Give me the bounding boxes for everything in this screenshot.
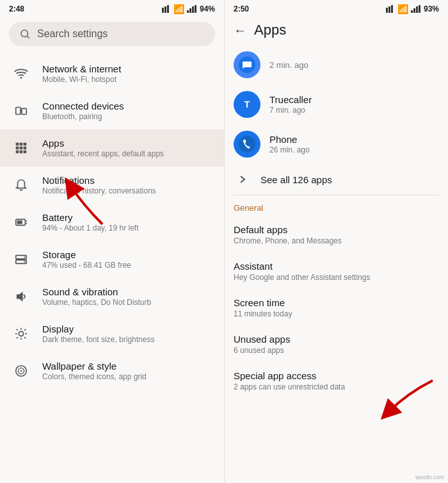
see-all-apps-row[interactable]: See all 126 apps bbox=[225, 164, 448, 195]
svg-rect-45 bbox=[388, 6, 390, 13]
signal-icon bbox=[187, 5, 197, 13]
search-placeholder: Search settings bbox=[37, 28, 108, 40]
display-icon bbox=[9, 322, 33, 346]
right-panel: 2:50 📶 93% ← Apps bbox=[224, 0, 448, 483]
display-title: Display bbox=[42, 323, 215, 334]
app1-name: 2 min. ago bbox=[269, 60, 439, 70]
network-text: Network & internet Mobile, Wi-Fi, hotspo… bbox=[42, 63, 215, 84]
svg-text:T: T bbox=[244, 99, 250, 110]
recent-app-truecaller[interactable]: T Truecaller 7 min. ago bbox=[225, 85, 448, 124]
settings-item-display[interactable]: Display Dark theme, font size, brightnes… bbox=[0, 315, 224, 352]
sound-icon bbox=[9, 284, 33, 309]
back-button[interactable]: ← bbox=[234, 23, 246, 38]
status-icons-right: 📶 93% bbox=[386, 4, 439, 14]
see-all-label: See all 126 apps bbox=[260, 174, 332, 185]
general-item-screen-time[interactable]: Screen time 11 minutes today bbox=[225, 290, 448, 326]
svg-rect-16 bbox=[16, 147, 19, 150]
general-item-default-apps[interactable]: Default apps Chrome, Phone, and Messages bbox=[225, 217, 448, 253]
svg-rect-46 bbox=[391, 5, 393, 13]
settings-list: Network & internet Mobile, Wi-Fi, hotspo… bbox=[0, 53, 224, 483]
unused-apps-title: Unused apps bbox=[234, 334, 439, 345]
svg-rect-47 bbox=[411, 10, 413, 13]
settings-item-apps[interactable]: Apps Assistant, recent apps, default app… bbox=[0, 129, 224, 167]
time-right: 2:50 bbox=[234, 4, 249, 13]
settings-item-sound[interactable]: Sound & vibration Volume, haptics, Do No… bbox=[0, 278, 224, 315]
svg-point-28 bbox=[24, 256, 25, 258]
default-apps-subtitle: Chrome, Phone, and Messages bbox=[234, 236, 439, 245]
settings-item-network[interactable]: Network & internet Mobile, Wi-Fi, hotspo… bbox=[0, 55, 224, 92]
search-icon bbox=[19, 28, 31, 40]
connected-icon bbox=[9, 99, 33, 123]
svg-line-8 bbox=[27, 36, 29, 38]
wallpaper-title: Wallpaper & style bbox=[42, 361, 215, 372]
apps-title: Apps bbox=[42, 138, 215, 149]
svg-rect-18 bbox=[24, 147, 27, 150]
network-title: Network & internet bbox=[42, 63, 215, 74]
default-apps-title: Default apps bbox=[234, 224, 439, 235]
svg-rect-11 bbox=[22, 108, 26, 114]
messages-app-icon bbox=[234, 51, 260, 78]
app1-text: 2 min. ago bbox=[269, 60, 439, 70]
svg-rect-6 bbox=[195, 5, 196, 13]
settings-item-wallpaper[interactable]: Wallpaper & style Colors, themed icons, … bbox=[0, 352, 224, 389]
status-bar-left: 2:48 📶 94% bbox=[0, 0, 224, 17]
svg-rect-17 bbox=[20, 147, 23, 150]
storage-title: Storage bbox=[42, 249, 215, 260]
settings-item-connected[interactable]: Connected devices Bluetooth, pairing bbox=[0, 92, 224, 129]
screen-time-title: Screen time bbox=[234, 297, 439, 308]
svg-rect-49 bbox=[416, 6, 418, 13]
general-item-special-access[interactable]: Special app access 2 apps can use unrest… bbox=[225, 363, 448, 399]
display-text: Display Dark theme, font size, brightnes… bbox=[42, 323, 215, 344]
wallpaper-subtitle: Colors, themed icons, app grid bbox=[42, 372, 215, 381]
general-item-unused-apps[interactable]: Unused apps 6 unused apps bbox=[225, 326, 448, 363]
connected-title: Connected devices bbox=[42, 101, 215, 111]
wifi-icon-left: 📶 bbox=[173, 4, 184, 14]
unused-apps-subtitle: 6 unused apps bbox=[234, 346, 439, 355]
chevron-right-icon bbox=[234, 170, 252, 188]
apps-subtitle: Assistant, recent apps, default apps bbox=[42, 149, 215, 158]
svg-rect-0 bbox=[162, 8, 164, 13]
svg-point-9 bbox=[20, 77, 22, 79]
svg-rect-21 bbox=[24, 151, 27, 154]
svg-rect-19 bbox=[16, 151, 19, 154]
apps-header: ← Apps bbox=[225, 17, 448, 45]
app2-time: 7 min. ago bbox=[269, 106, 439, 115]
notifications-title: Notifications bbox=[42, 175, 215, 186]
apps-content: 2 min. ago T Truecaller 7 min. ago bbox=[225, 45, 448, 483]
settings-item-notifications[interactable]: Notifications Notification history, conv… bbox=[0, 167, 224, 204]
settings-item-battery[interactable]: Battery 94% - About 1 day, 19 hr left bbox=[0, 204, 224, 241]
recent-app-phone[interactable]: Phone 26 min. ago bbox=[225, 124, 448, 164]
settings-item-storage[interactable]: Storage 47% used - 68.41 GB free bbox=[0, 241, 224, 278]
watermark: wsxdn.com bbox=[415, 474, 444, 480]
svg-rect-48 bbox=[413, 8, 415, 13]
svg-rect-3 bbox=[187, 10, 189, 13]
search-bar[interactable]: Search settings bbox=[9, 22, 215, 46]
screen-time-subtitle: 11 minutes today bbox=[234, 309, 439, 318]
notifications-icon bbox=[9, 173, 33, 197]
recent-app-messages[interactable]: 2 min. ago bbox=[225, 45, 448, 85]
left-panel: 2:48 📶 94% Search settings bbox=[0, 0, 224, 483]
assistant-title: Assistant bbox=[234, 261, 439, 272]
sound-title: Sound & vibration bbox=[42, 286, 215, 297]
storage-icon bbox=[9, 247, 33, 272]
notifications-text: Notifications Notification history, conv… bbox=[42, 175, 215, 195]
sim-icon bbox=[162, 5, 171, 13]
svg-rect-1 bbox=[164, 6, 166, 13]
general-item-assistant[interactable]: Assistant Hey Google and other Assistant… bbox=[225, 253, 448, 290]
signal-icon-right bbox=[411, 5, 421, 13]
storage-subtitle: 47% used - 68.41 GB free bbox=[42, 261, 215, 270]
svg-line-36 bbox=[17, 329, 18, 331]
wallpaper-icon bbox=[9, 359, 33, 383]
status-bar-right: 2:50 📶 93% bbox=[225, 0, 448, 17]
wallpaper-text: Wallpaper & style Colors, themed icons, … bbox=[42, 361, 215, 381]
app2-name: Truecaller bbox=[269, 94, 439, 105]
battery-status-left: 94% bbox=[200, 4, 215, 13]
status-icons-left: 📶 94% bbox=[162, 4, 215, 14]
apps-page-title: Apps bbox=[254, 22, 286, 38]
apps-text: Apps Assistant, recent apps, default app… bbox=[42, 138, 215, 158]
storage-text: Storage 47% used - 68.41 GB free bbox=[42, 249, 215, 270]
svg-rect-44 bbox=[386, 8, 388, 13]
connected-subtitle: Bluetooth, pairing bbox=[42, 112, 215, 121]
svg-marker-30 bbox=[17, 293, 22, 301]
general-section-label: General bbox=[225, 195, 448, 217]
